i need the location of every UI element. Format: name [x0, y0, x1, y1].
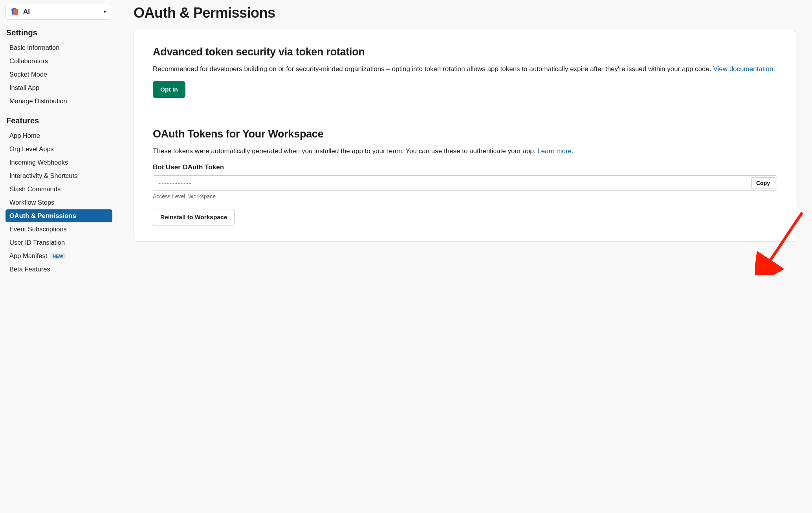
oauth-tokens-heading: OAuth Tokens for Your Workspace [153, 128, 777, 140]
settings-heading: Settings [6, 28, 112, 37]
sidebar-item-label: Slash Commands [9, 185, 60, 193]
oauth-tokens-description: These tokens were automatically generate… [153, 146, 777, 156]
sidebar-item-event-subscriptions[interactable]: Event Subscriptions [5, 223, 112, 236]
sidebar-item-beta-features[interactable]: Beta Features [5, 263, 112, 276]
bot-token-row: ------------ Copy [153, 175, 777, 191]
learn-more-link[interactable]: Learn more. [537, 147, 574, 155]
page-title: OAuth & Permissions [134, 5, 796, 21]
reinstall-button[interactable]: Reinstall to Workspace [153, 209, 235, 225]
svg-rect-1 [13, 8, 18, 15]
opt-in-button[interactable]: Opt In [153, 81, 185, 98]
app-selector-name: AI [23, 8, 99, 16]
features-heading: Features [6, 116, 112, 125]
sidebar-item-label: App Manifest [9, 252, 47, 260]
bot-token-value[interactable]: ------------ [153, 176, 750, 191]
copy-button[interactable]: Copy [751, 177, 775, 189]
sidebar-item-oauth-permissions[interactable]: OAuth & Permissions [5, 209, 112, 222]
sidebar: AI ▼ Settings Basic Information Collabor… [0, 0, 118, 513]
access-level-label: Access Level: Workspace [153, 193, 777, 200]
view-documentation-link[interactable]: View documentation. [713, 65, 775, 73]
sidebar-item-label: Event Subscriptions [9, 225, 67, 233]
sidebar-item-workflow-steps[interactable]: Workflow Steps [5, 196, 112, 209]
chevron-down-icon: ▼ [103, 9, 107, 15]
sidebar-item-label: OAuth & Permissions [9, 212, 76, 220]
sidebar-item-user-id-translation[interactable]: User ID Translation [5, 236, 112, 249]
main-content: OAuth & Permissions Advanced token secur… [118, 0, 812, 513]
sidebar-item-label: Org Level Apps [9, 145, 54, 153]
sidebar-item-manage-distribution[interactable]: Manage Distribution [5, 95, 112, 108]
sidebar-item-interactivity-shortcuts[interactable]: Interactivity & Shortcuts [5, 169, 112, 182]
sidebar-item-org-level-apps[interactable]: Org Level Apps [5, 143, 112, 156]
sidebar-item-label: Beta Features [9, 266, 50, 273]
sidebar-item-label: User ID Translation [9, 239, 65, 246]
sidebar-item-label: Install App [9, 84, 39, 92]
sidebar-item-label: Collaborators [9, 57, 48, 65]
sidebar-item-collaborators[interactable]: Collaborators [5, 55, 112, 68]
sidebar-item-app-home[interactable]: App Home [5, 129, 112, 142]
new-badge: NEW [50, 253, 66, 259]
svg-line-2 [766, 213, 802, 267]
sidebar-item-label: Workflow Steps [9, 199, 54, 206]
oauth-card: Advanced token security via token rotati… [134, 30, 796, 242]
annotation-arrow-icon [755, 209, 810, 275]
sidebar-item-label: Interactivity & Shortcuts [9, 172, 77, 180]
sidebar-item-label: Socket Mode [9, 71, 47, 78]
app-logo-icon [11, 7, 19, 16]
settings-nav-group: Basic Information Collaborators Socket M… [5, 41, 112, 108]
app-selector[interactable]: AI ▼ [5, 4, 112, 20]
sidebar-item-basic-information[interactable]: Basic Information [5, 41, 112, 54]
sidebar-item-label: Incoming Webhooks [9, 159, 68, 166]
sidebar-item-slash-commands[interactable]: Slash Commands [5, 183, 112, 196]
token-rotation-description: Recommended for developers building on o… [153, 64, 777, 74]
sidebar-item-app-manifest[interactable]: App Manifest NEW [5, 249, 112, 262]
features-nav-group: App Home Org Level Apps Incoming Webhook… [5, 129, 112, 276]
sidebar-item-label: Basic Information [9, 44, 59, 51]
sidebar-item-socket-mode[interactable]: Socket Mode [5, 68, 112, 81]
sidebar-item-label: Manage Distribution [9, 97, 67, 105]
sidebar-item-incoming-webhooks[interactable]: Incoming Webhooks [5, 156, 112, 169]
sidebar-item-label: App Home [9, 132, 40, 139]
bot-token-label: Bot User OAuth Token [153, 163, 777, 171]
token-rotation-heading: Advanced token security via token rotati… [153, 46, 777, 58]
divider [153, 113, 777, 113]
sidebar-item-install-app[interactable]: Install App [5, 81, 112, 94]
